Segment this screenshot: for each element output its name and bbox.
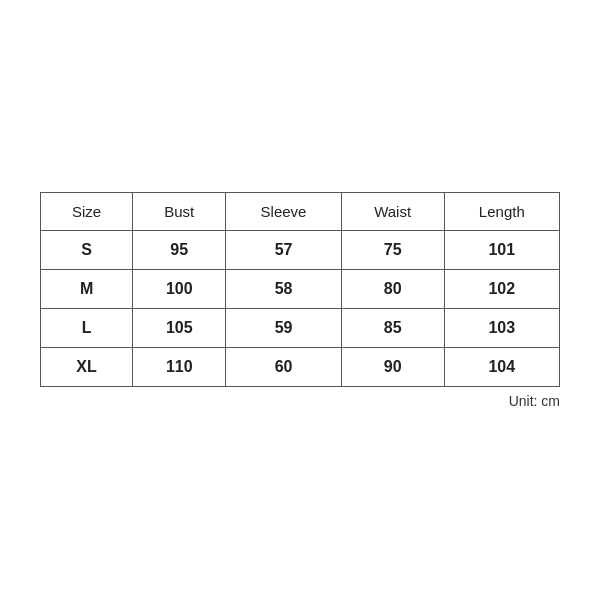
cell-row2-col0: L <box>41 308 133 347</box>
col-header-bust: Bust <box>133 192 226 230</box>
cell-row0-col4: 101 <box>444 230 559 269</box>
table-row: S955775101 <box>41 230 560 269</box>
table-wrapper: Size Bust Sleeve Waist Length S955775101… <box>40 192 560 409</box>
cell-row1-col2: 58 <box>226 269 341 308</box>
col-header-size: Size <box>41 192 133 230</box>
page-container: Size Bust Sleeve Waist Length S955775101… <box>0 0 600 600</box>
col-header-sleeve: Sleeve <box>226 192 341 230</box>
table-row: XL1106090104 <box>41 347 560 386</box>
cell-row2-col2: 59 <box>226 308 341 347</box>
table-row: L1055985103 <box>41 308 560 347</box>
table-row: M1005880102 <box>41 269 560 308</box>
cell-row1-col1: 100 <box>133 269 226 308</box>
cell-row2-col3: 85 <box>341 308 444 347</box>
cell-row3-col2: 60 <box>226 347 341 386</box>
unit-label: Unit: cm <box>509 393 560 409</box>
cell-row1-col4: 102 <box>444 269 559 308</box>
col-header-waist: Waist <box>341 192 444 230</box>
cell-row3-col1: 110 <box>133 347 226 386</box>
cell-row0-col0: S <box>41 230 133 269</box>
cell-row2-col1: 105 <box>133 308 226 347</box>
cell-row0-col2: 57 <box>226 230 341 269</box>
col-header-length: Length <box>444 192 559 230</box>
cell-row0-col1: 95 <box>133 230 226 269</box>
table-header-row: Size Bust Sleeve Waist Length <box>41 192 560 230</box>
cell-row3-col4: 104 <box>444 347 559 386</box>
size-chart-table: Size Bust Sleeve Waist Length S955775101… <box>40 192 560 387</box>
cell-row3-col0: XL <box>41 347 133 386</box>
cell-row1-col3: 80 <box>341 269 444 308</box>
cell-row1-col0: M <box>41 269 133 308</box>
cell-row2-col4: 103 <box>444 308 559 347</box>
cell-row0-col3: 75 <box>341 230 444 269</box>
cell-row3-col3: 90 <box>341 347 444 386</box>
